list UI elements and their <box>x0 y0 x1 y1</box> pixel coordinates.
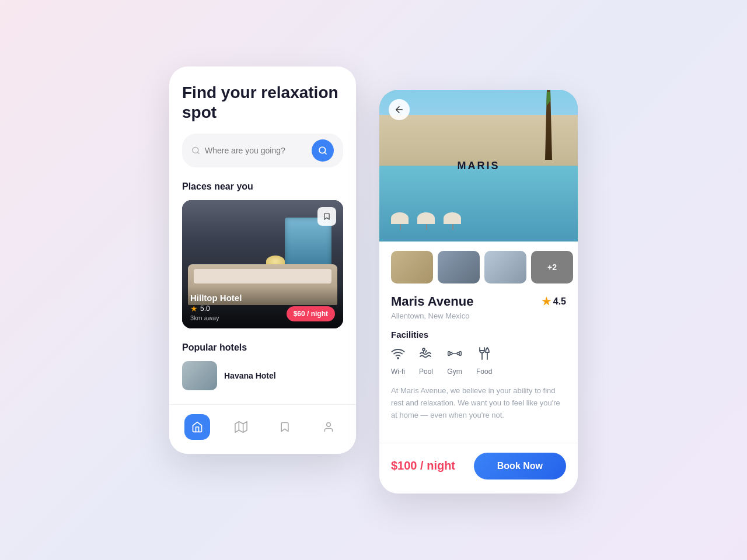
nearby-hotel-name: Hilltop Hotel <box>190 293 242 303</box>
map-icon <box>235 421 247 433</box>
nearby-card[interactable]: Hilltop Hotel ★ 5.0 3km away $60 / night <box>182 200 343 328</box>
bookmark-icon <box>323 212 331 220</box>
hero-title: Find your relaxation spot <box>182 83 343 122</box>
nearby-distance: 3km away <box>190 314 242 321</box>
pool-label: Pool <box>419 368 433 376</box>
nearby-rating: ★ 5.0 <box>190 304 242 313</box>
nearby-price: $60 / night <box>287 306 335 321</box>
nav-map[interactable] <box>228 414 254 440</box>
card-info: Hilltop Hotel ★ 5.0 3km away $60 / night <box>182 286 343 328</box>
search-icon-left <box>191 146 200 155</box>
facility-gym: Gym <box>447 346 462 376</box>
pool-icon <box>419 346 433 364</box>
search-icon <box>318 146 327 155</box>
hotel-rating: ★ 4.5 <box>542 295 566 308</box>
bottom-nav <box>169 404 356 454</box>
back-icon <box>394 104 404 115</box>
search-bar <box>182 134 343 167</box>
nav-profile[interactable] <box>316 414 341 440</box>
popular-hotel-item[interactable]: Havana Hotel <box>182 361 343 400</box>
hotel-description: At Maris Avenue, we believe in your abil… <box>391 385 566 421</box>
bookmarks-icon-wrap <box>272 414 298 440</box>
profile-icon <box>323 421 334 433</box>
gym-label: Gym <box>447 368 462 376</box>
popular-hotel-thumb <box>182 361 217 390</box>
popular-section-title: Popular hotels <box>182 342 343 353</box>
facility-pool: Pool <box>419 346 433 376</box>
hotel-name-row: Maris Avenue ★ 4.5 <box>391 294 566 309</box>
hotel-hero: MARIS <box>379 90 578 242</box>
food-icon <box>478 346 491 364</box>
map-icon-wrap <box>228 414 254 440</box>
facility-wifi: Wi-fi <box>391 346 405 376</box>
hotel-price: $100 / night <box>391 459 455 473</box>
hotel-detail-content: +2 Maris Avenue ★ 4.5 Allentown, New Mex… <box>379 242 578 442</box>
search-button[interactable] <box>312 139 334 162</box>
bottom-bar: $100 / night Book Now <box>379 443 578 494</box>
phone-1: Find your relaxation spot Places near yo… <box>169 66 356 454</box>
gallery-thumb-1[interactable] <box>391 251 433 284</box>
nav-bookmarks[interactable] <box>272 414 298 440</box>
home-icon-wrap <box>184 414 210 440</box>
bookmark-button[interactable] <box>317 207 336 226</box>
svg-point-5 <box>326 423 330 427</box>
gallery-row: +2 <box>391 251 566 284</box>
facility-food: Food <box>476 346 492 376</box>
bookmarks-icon <box>279 421 291 433</box>
facilities-title: Facilities <box>391 330 566 340</box>
popular-hotel-name: Havana Hotel <box>224 371 276 380</box>
hotel-hero-label: MARIS <box>458 160 500 172</box>
wifi-label: Wi-fi <box>391 368 405 376</box>
nearby-section-title: Places near you <box>182 181 343 192</box>
phone-2: MARIS +2 Maris Avenue ★ 4.5 <box>379 90 578 493</box>
home-icon <box>191 421 203 433</box>
hotel-name: Maris Avenue <box>391 294 473 309</box>
facilities-row: Wi-fi Pool <box>391 346 566 376</box>
gallery-thumb-2[interactable] <box>438 251 480 284</box>
svg-marker-2 <box>235 422 246 432</box>
gym-icon <box>447 346 462 364</box>
gallery-thumb-3[interactable] <box>484 251 526 284</box>
hotel-location: Allentown, New Mexico <box>391 312 566 320</box>
phones-container: Find your relaxation spot Places near yo… <box>169 66 578 493</box>
nav-home[interactable] <box>184 414 210 440</box>
wifi-icon <box>391 346 405 364</box>
search-input[interactable] <box>205 146 307 155</box>
profile-icon-wrap <box>316 414 341 440</box>
svg-point-6 <box>397 358 399 359</box>
gallery-thumb-more[interactable]: +2 <box>531 251 573 284</box>
book-now-button[interactable]: Book Now <box>474 453 566 480</box>
food-label: Food <box>476 368 492 376</box>
